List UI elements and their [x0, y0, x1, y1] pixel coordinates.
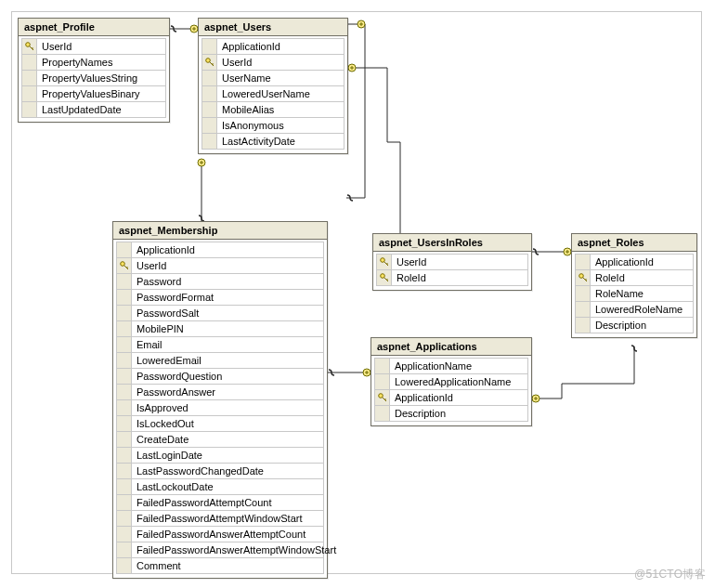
column-name: UserId: [132, 260, 171, 271]
key-cell: [576, 318, 591, 333]
column-name: ApplicationId: [217, 41, 285, 52]
column-row[interactable]: LastUpdatedDate: [21, 101, 166, 118]
column-name: LoweredRoleName: [591, 304, 687, 315]
key-cell: [202, 71, 217, 85]
column-row[interactable]: LastPasswordChangedDate: [116, 463, 324, 479]
column-row[interactable]: ApplicationId: [374, 389, 528, 406]
column-row[interactable]: Description: [374, 405, 528, 422]
column-row[interactable]: ApplicationName: [374, 358, 528, 374]
column-name: PasswordSalt: [132, 307, 203, 319]
column-row[interactable]: PasswordAnswer: [116, 384, 324, 400]
column-row[interactable]: MobilePIN: [116, 320, 324, 337]
column-name: ApplicationName: [390, 360, 476, 372]
column-row[interactable]: IsApproved: [116, 399, 324, 416]
column-row[interactable]: Password: [116, 273, 324, 290]
column-row[interactable]: ApplicationId: [116, 242, 324, 258]
table-columns: UserIdPropertyNamesPropertyValuesStringP…: [19, 36, 169, 122]
key-cell: [202, 55, 217, 70]
column-row[interactable]: UserId: [202, 54, 344, 71]
key-cell: [576, 302, 591, 317]
key-cell: [202, 39, 217, 54]
key-cell: [375, 390, 390, 405]
column-row[interactable]: LastLockoutDate: [116, 478, 324, 495]
key-cell: [117, 416, 132, 431]
column-row[interactable]: FailedPasswordAttemptWindowStart: [116, 510, 324, 527]
column-row[interactable]: LoweredApplicationName: [374, 373, 528, 390]
key-cell: [375, 406, 390, 421]
table-title: aspnet_Applications: [371, 338, 531, 356]
key-cell: [576, 286, 591, 301]
key-cell: [117, 495, 132, 510]
column-row[interactable]: UserId: [21, 38, 166, 55]
column-row[interactable]: LastLoginDate: [116, 447, 324, 464]
column-row[interactable]: IsAnonymous: [202, 117, 344, 134]
column-row[interactable]: CreateDate: [116, 431, 324, 448]
table-aspnet-usersinroles[interactable]: aspnet_UsersInRoles UserIdRoleId: [372, 233, 532, 291]
column-row[interactable]: ApplicationId: [202, 38, 344, 55]
table-aspnet-membership[interactable]: aspnet_Membership ApplicationIdUserIdPas…: [112, 221, 328, 579]
key-cell: [202, 86, 217, 101]
key-cell: [202, 118, 217, 133]
column-row[interactable]: LoweredEmail: [116, 352, 324, 369]
column-row[interactable]: PropertyValuesString: [21, 70, 166, 86]
column-row[interactable]: Email: [116, 336, 324, 353]
column-name: PasswordAnswer: [132, 386, 220, 398]
primary-key-icon: [378, 393, 387, 402]
column-row[interactable]: LoweredRoleName: [575, 301, 694, 318]
table-columns: ApplicationIdRoleIdRoleNameLoweredRoleNa…: [572, 252, 696, 337]
column-row[interactable]: FailedPasswordAttemptCount: [116, 494, 324, 511]
table-aspnet-users[interactable]: aspnet_Users ApplicationIdUserIdUserName…: [198, 18, 348, 154]
column-name: PasswordFormat: [132, 292, 218, 303]
column-name: LoweredEmail: [132, 355, 206, 366]
column-row[interactable]: LoweredUserName: [202, 85, 344, 102]
key-cell: [117, 290, 132, 305]
column-row[interactable]: MobileAlias: [202, 101, 344, 118]
column-row[interactable]: FailedPasswordAnswerAttemptWindowStart: [116, 542, 324, 558]
key-cell: [117, 511, 132, 526]
column-row[interactable]: RoleId: [575, 269, 694, 286]
column-row[interactable]: FailedPasswordAnswerAttemptCount: [116, 526, 324, 542]
key-cell: [22, 86, 37, 101]
column-name: LastUpdatedDate: [37, 104, 126, 115]
watermark: @51CTO博客: [634, 567, 706, 582]
key-cell: [22, 55, 37, 70]
column-row[interactable]: IsLockedOut: [116, 415, 324, 432]
key-cell: [117, 258, 132, 273]
table-aspnet-applications[interactable]: aspnet_Applications ApplicationNameLower…: [370, 337, 532, 426]
column-row[interactable]: ApplicationId: [575, 254, 694, 270]
table-aspnet-profile[interactable]: aspnet_Profile UserIdPropertyNamesProper…: [18, 18, 170, 123]
column-row[interactable]: UserId: [116, 257, 324, 274]
table-aspnet-roles[interactable]: aspnet_Roles ApplicationIdRoleIdRoleName…: [571, 233, 697, 338]
column-name: IsApproved: [132, 402, 193, 413]
key-cell: [117, 448, 132, 463]
table-title: aspnet_Roles: [572, 234, 696, 252]
column-row[interactable]: PropertyNames: [21, 54, 166, 71]
column-row[interactable]: PropertyValuesBinary: [21, 85, 166, 102]
column-row[interactable]: PasswordSalt: [116, 305, 324, 321]
diagram-canvas: aspnet_Profile UserIdPropertyNamesProper…: [11, 11, 702, 574]
key-cell: [117, 337, 132, 352]
column-row[interactable]: RoleName: [575, 285, 694, 302]
key-cell: [117, 385, 132, 399]
column-row[interactable]: LastActivityDate: [202, 133, 344, 150]
column-row[interactable]: Description: [575, 317, 694, 333]
column-name: MobilePIN: [132, 323, 188, 334]
primary-key-icon: [578, 273, 588, 282]
column-row[interactable]: UserId: [376, 254, 528, 270]
column-name: FailedPasswordAnswerAttemptWindowStart: [132, 544, 341, 555]
column-name: Email: [132, 339, 167, 350]
column-name: ApplicationId: [132, 244, 200, 255]
key-cell: [202, 102, 217, 117]
key-cell: [377, 255, 392, 269]
column-name: UserId: [37, 41, 76, 52]
key-cell: [117, 274, 132, 289]
column-name: PropertyNames: [37, 57, 117, 68]
column-row[interactable]: PasswordQuestion: [116, 368, 324, 385]
primary-key-icon: [120, 261, 129, 270]
key-cell: [22, 71, 37, 85]
column-row[interactable]: RoleId: [376, 269, 528, 286]
column-name: FailedPasswordAttemptWindowStart: [132, 513, 307, 524]
column-row[interactable]: PasswordFormat: [116, 289, 324, 306]
column-row[interactable]: UserName: [202, 70, 344, 86]
column-row[interactable]: Comment: [116, 557, 324, 574]
